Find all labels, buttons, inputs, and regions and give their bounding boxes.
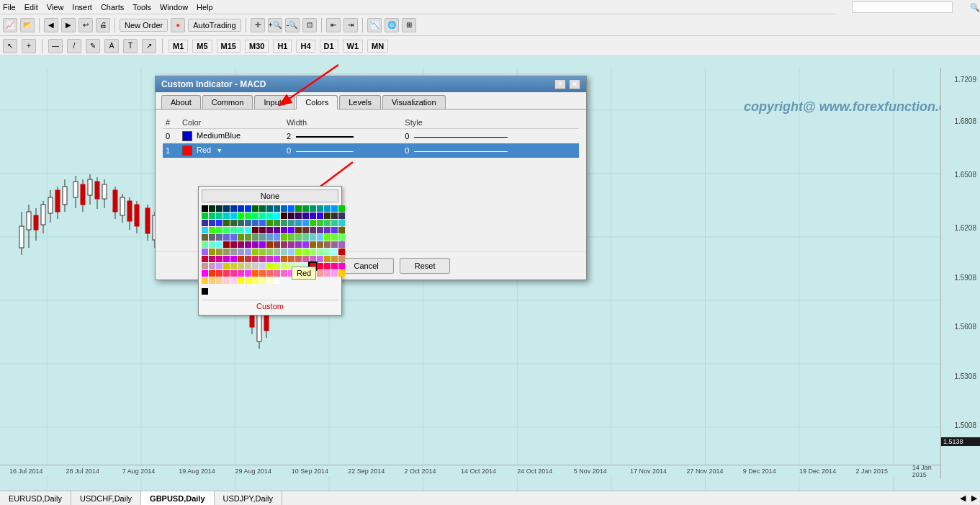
dialog-help-button[interactable]: ? bbox=[554, 79, 566, 89]
color-cell[interactable] bbox=[202, 256, 208, 262]
period-w1[interactable]: W1 bbox=[343, 40, 364, 53]
chart-fix-icon[interactable]: ⊡ bbox=[302, 18, 317, 32]
period-m1[interactable]: M1 bbox=[168, 40, 188, 53]
period-mn[interactable]: MN bbox=[367, 40, 388, 53]
color-cell[interactable] bbox=[302, 241, 309, 248]
color-cell[interactable] bbox=[245, 227, 251, 233]
color-cell[interactable] bbox=[238, 234, 244, 241]
color-cell[interactable] bbox=[266, 277, 273, 284]
color-cell[interactable] bbox=[310, 213, 316, 219]
color-cell[interactable] bbox=[288, 256, 295, 262]
crosshair-icon[interactable]: ✛ bbox=[251, 18, 265, 32]
tab-eurusd[interactable]: EURUSD,Daily bbox=[0, 491, 71, 505]
color-cell[interactable] bbox=[252, 227, 259, 233]
color-cell[interactable] bbox=[302, 249, 309, 255]
color-cell[interactable] bbox=[238, 220, 244, 226]
color-cell[interactable] bbox=[317, 234, 323, 241]
color-cell[interactable] bbox=[209, 241, 215, 248]
menu-view[interactable]: View bbox=[47, 3, 64, 12]
search-input[interactable] bbox=[852, 1, 953, 13]
chart-scroll-right-icon[interactable]: ⇥ bbox=[343, 18, 358, 32]
color-cell[interactable] bbox=[223, 277, 230, 284]
chart-scroll-left-icon[interactable]: ⇤ bbox=[326, 18, 341, 32]
color-cell[interactable] bbox=[259, 277, 266, 284]
color-cell[interactable] bbox=[245, 270, 251, 277]
draw-icon[interactable]: ✎ bbox=[86, 39, 100, 53]
color-cell[interactable] bbox=[216, 277, 222, 284]
color-cell[interactable] bbox=[281, 205, 287, 212]
tab-scroll-right[interactable]: ▶ bbox=[968, 493, 980, 503]
color-cell[interactable] bbox=[331, 263, 338, 269]
color-cell[interactable] bbox=[317, 227, 323, 233]
menu-edit[interactable]: Edit bbox=[24, 3, 38, 12]
menu-charts[interactable]: Charts bbox=[101, 3, 124, 12]
color-cell[interactable] bbox=[324, 213, 331, 219]
period-h4[interactable]: H4 bbox=[296, 40, 315, 53]
color-cell[interactable] bbox=[252, 263, 259, 269]
period-d1[interactable]: D1 bbox=[320, 40, 338, 53]
crosshair2-icon[interactable]: + bbox=[22, 39, 36, 53]
color-cell[interactable] bbox=[266, 270, 273, 277]
color-cell[interactable] bbox=[338, 241, 345, 248]
color-cell[interactable] bbox=[230, 205, 237, 212]
color-cell[interactable] bbox=[302, 227, 309, 233]
color-cell[interactable] bbox=[223, 256, 230, 262]
color-cell[interactable] bbox=[259, 220, 266, 226]
tab-usdjpy[interactable]: USDJPY,Daily bbox=[215, 491, 283, 505]
color-cell[interactable] bbox=[266, 220, 273, 226]
color-cell[interactable] bbox=[266, 213, 273, 219]
color-cell[interactable] bbox=[274, 213, 280, 219]
color-cell[interactable] bbox=[317, 213, 323, 219]
color-cell[interactable] bbox=[252, 277, 259, 284]
color-cell[interactable] bbox=[209, 270, 215, 277]
color-cell[interactable] bbox=[209, 213, 215, 219]
cancel-button[interactable]: Cancel bbox=[338, 258, 393, 274]
terminal-icon[interactable]: ⊞ bbox=[402, 18, 416, 32]
color-cell[interactable] bbox=[266, 241, 273, 248]
color-cell[interactable] bbox=[216, 234, 222, 241]
color-cell[interactable] bbox=[274, 263, 280, 269]
color-cell[interactable] bbox=[230, 213, 237, 219]
color-cell[interactable] bbox=[281, 241, 287, 248]
label-icon[interactable]: T bbox=[123, 39, 138, 53]
color-cell[interactable] bbox=[338, 213, 345, 219]
color-cell[interactable] bbox=[281, 234, 287, 241]
color-cell[interactable] bbox=[202, 249, 208, 255]
color-cell[interactable] bbox=[317, 205, 323, 212]
color-cell[interactable] bbox=[223, 234, 230, 241]
color-cell[interactable] bbox=[331, 256, 338, 262]
color-cell[interactable] bbox=[310, 241, 316, 248]
color-cell[interactable] bbox=[288, 205, 295, 212]
color-cell[interactable] bbox=[252, 256, 259, 262]
globe-icon[interactable]: 🌐 bbox=[385, 18, 399, 32]
color-cell[interactable] bbox=[317, 256, 323, 262]
color-cell[interactable] bbox=[209, 234, 215, 241]
color-cell[interactable] bbox=[331, 234, 338, 241]
color-cell[interactable] bbox=[274, 241, 280, 248]
color-cell[interactable] bbox=[238, 205, 244, 212]
color-cell[interactable] bbox=[274, 220, 280, 226]
color-cell[interactable] bbox=[266, 234, 273, 241]
color-cell[interactable] bbox=[202, 263, 208, 269]
dialog-close-button[interactable]: ✕ bbox=[569, 79, 580, 89]
refresh-icon[interactable]: ↩ bbox=[78, 18, 93, 32]
tab-usdchf[interactable]: USDCHF,Daily bbox=[71, 491, 141, 505]
menu-insert[interactable]: Insert bbox=[72, 3, 92, 12]
black-cell[interactable] bbox=[202, 288, 208, 295]
color-cell[interactable] bbox=[238, 227, 244, 233]
color-cell[interactable] bbox=[245, 241, 251, 248]
color-cell[interactable] bbox=[259, 234, 266, 241]
color-cell[interactable] bbox=[259, 263, 266, 269]
color-cell[interactable] bbox=[317, 249, 323, 255]
color-cell[interactable] bbox=[223, 227, 230, 233]
table-row[interactable]: 0 MediumBlue 2 0 bbox=[163, 129, 579, 144]
color-cell[interactable] bbox=[266, 263, 273, 269]
color-cell[interactable] bbox=[302, 234, 309, 241]
zoom-out-icon[interactable]: -🔍 bbox=[285, 18, 300, 32]
color-cell[interactable] bbox=[216, 256, 222, 262]
color-cell[interactable] bbox=[252, 213, 259, 219]
color-cell[interactable] bbox=[295, 205, 302, 212]
color-cell[interactable] bbox=[310, 205, 316, 212]
color-cell[interactable] bbox=[259, 241, 266, 248]
tab-inputs[interactable]: Inputs bbox=[254, 95, 295, 109]
